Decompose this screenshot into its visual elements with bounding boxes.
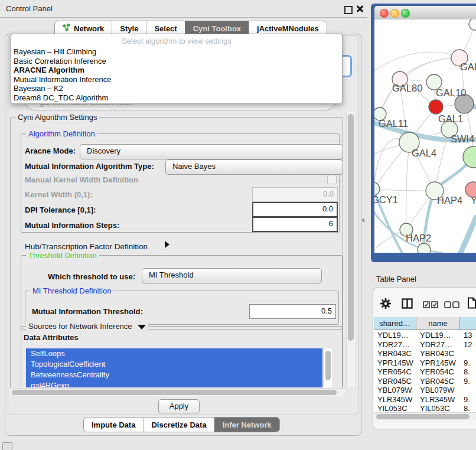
network-window-titlebar[interactable] [374, 6, 476, 20]
node-label: HAP4 [437, 195, 462, 206]
document-icon[interactable] [467, 297, 476, 311]
table-settings-gear-icon[interactable] [380, 298, 391, 311]
mi-threshold-input[interactable]: 0.5 [249, 304, 336, 319]
hub-definition-label[interactable]: Hub/Transcription Factor Definition [25, 242, 148, 251]
table-hscroll-thumb[interactable] [376, 414, 470, 419]
attributes-scrollbar[interactable] [324, 348, 332, 387]
table-row[interactable]: YDR27…YDR27…12 [374, 340, 476, 350]
data-attributes-list: SelfLoops TopologicalCoefficient Between… [26, 348, 322, 387]
expand-arrow-icon[interactable] [165, 241, 169, 248]
list-item-topologicalcoefficient[interactable]: TopologicalCoefficient [26, 359, 322, 370]
splitter-collapse-icon[interactable] [361, 218, 364, 223]
deselect-all-checks-icon[interactable] [444, 301, 459, 310]
float-window-icon[interactable] [344, 6, 353, 14]
list-item-gal4rgexp[interactable]: gal4RGexp [26, 380, 322, 387]
menu-item-basic-correlation[interactable]: Basic Correlation Inference [11, 57, 342, 66]
node-label: GAL10 [436, 87, 466, 98]
tab-label: Impute Data [92, 420, 135, 429]
control-panel-titlebar: Control Panel [0, 0, 367, 18]
close-traffic-light[interactable] [380, 9, 389, 18]
menu-item-bayesian-k2[interactable]: Bayesian – K2 [11, 84, 342, 93]
table-row[interactable]: YLR345WYLR345W9. [374, 395, 476, 405]
table-row[interactable]: YBR043CYBR043C [374, 349, 476, 358]
node-label-layer: GAL GAL80 GAL10 GAL1 GAL11 SWI4 GAL4 GCY… [374, 61, 476, 243]
table-header-row: shared… name A [374, 317, 476, 330]
which-threshold-select[interactable]: MI Threshold [142, 268, 322, 283]
list-item-selfloops[interactable]: SelfLoops [26, 348, 322, 359]
threshold-definition-title: Threshold Definition [26, 251, 99, 260]
kernel-width-input[interactable]: 0.0 [252, 187, 338, 202]
control-panel-title: Control Panel [6, 4, 53, 13]
node-label: GAL80 [392, 83, 422, 93]
dpi-tolerance-label: DPI Tolerance [0,1]: [25, 206, 96, 214]
mi-steps-input[interactable]: 6 [252, 217, 338, 232]
dpi-tolerance-input[interactable]: 0.0 [252, 202, 338, 217]
table-horizontal-scrollbar[interactable] [374, 412, 476, 420]
cyni-bottom-tabbar: Impute Data Discretize Data Infer Networ… [83, 417, 280, 432]
tab-discretize-data[interactable]: Discretize Data [143, 418, 214, 432]
close-icon[interactable] [356, 5, 364, 13]
settings-vscroll-thumb[interactable] [348, 114, 354, 341]
sources-title-text: Sources for Network Inference [28, 322, 132, 331]
settings-vertical-scrollbar[interactable] [346, 112, 355, 387]
mi-type-value: Naive Bayes [172, 162, 216, 171]
network-icon [63, 24, 70, 33]
tab-label: Discretize Data [151, 420, 206, 429]
network-canvas[interactable]: GAL GAL80 GAL10 GAL1 GAL11 SWI4 GAL4 GCY… [374, 19, 476, 253]
zoom-traffic-light[interactable] [401, 9, 410, 18]
tab-impute-data[interactable]: Impute Data [84, 418, 143, 432]
split-columns-icon[interactable] [402, 298, 413, 311]
tab-label: Network [74, 24, 104, 33]
settings-scroll-viewport: Cyni Algorithm Settings Algorithm Defini… [9, 112, 345, 387]
table-row[interactable]: YDL19…YDL19…13 [374, 331, 476, 340]
algorithm-placeholder: Select algorithm to view settings [11, 34, 342, 47]
cyni-algorithm-settings-title: Cyni Algorithm Settings [15, 113, 99, 122]
column-header-name[interactable]: name [416, 317, 460, 330]
tab-label: jActiveMNodules [257, 24, 319, 33]
mi-type-select[interactable]: Naive Bayes [165, 159, 343, 175]
mi-threshold-title: MI Threshold Definition [30, 286, 113, 295]
settings-hscroll-thumb[interactable] [12, 390, 337, 395]
aracne-mode-value: Discovery [87, 146, 120, 155]
aracne-mode-label: Aracne Mode: [25, 146, 76, 155]
column-header-shared-name[interactable]: shared… [374, 317, 416, 330]
manual-kernel-label: Manual Kernel Width Definition [25, 175, 138, 184]
tab-infer-network[interactable]: Infer Network [214, 418, 279, 432]
node-label: HAP2 [406, 233, 431, 243]
node-bottom-partial[interactable] [418, 243, 431, 253]
node-gal1-selected[interactable] [429, 100, 443, 114]
attributes-scrollbar-thumb[interactable] [325, 351, 331, 380]
menu-item-dream8[interactable]: Dream8 DC_TDC Algorithm [11, 93, 342, 103]
tab-label: Cyni Toolbox [193, 24, 241, 33]
select-all-checks-icon[interactable] [423, 301, 438, 310]
kernel-width-label: Kernel Width (0,1): [25, 190, 93, 199]
manual-kernel-checkbox[interactable] [327, 175, 337, 184]
node-gcy1[interactable] [374, 182, 380, 195]
algorithm-dropdown-popup: Select algorithm to view settings Bayesi… [11, 34, 343, 104]
menu-item-bayesian-hill-climbing[interactable]: Bayesian – Hill Climbing [11, 47, 342, 57]
settings-horizontal-scrollbar[interactable] [9, 388, 345, 396]
node-attribute-table: shared… name A YDL19…YDL19…13 YDR27…YDR2… [374, 317, 476, 420]
node-label: SWI4 [451, 133, 474, 144]
apply-button[interactable]: Apply [158, 399, 200, 413]
menu-item-mutual-information[interactable]: Mutual Information Inference [11, 75, 342, 84]
column-header-third[interactable]: A [460, 317, 476, 330]
menu-item-aracne[interactable]: ARACNE Algorithm [11, 66, 342, 75]
table-row[interactable]: YBL079WYBL079W [374, 386, 476, 395]
data-attributes-label: Data Attributes [24, 333, 79, 342]
mi-steps-label: Mutual Information Steps: [25, 221, 119, 230]
node-label: Y [471, 195, 476, 206]
collapsed-panel-icon[interactable] [2, 442, 12, 450]
table-row[interactable]: YBR045CYBR045C9. [374, 377, 476, 386]
application-window: Control Panel Network Style Select Cyni … [0, 0, 476, 450]
table-row[interactable]: YPR145WYPR145W9. [374, 358, 476, 368]
aracne-mode-select[interactable]: Discovery [80, 144, 343, 159]
node-label: GCY1 [374, 194, 398, 205]
list-item-betweennesscentrality[interactable]: BetweennessCentrality [26, 370, 322, 380]
collapse-arrow-icon[interactable] [138, 325, 146, 330]
node-unlabeled-top[interactable] [469, 19, 476, 30]
sources-title: Sources for Network Inference [26, 322, 148, 331]
minimize-traffic-light[interactable] [390, 9, 399, 18]
tab-label: Style [120, 24, 138, 33]
table-row[interactable]: YER054CYER054C8. [374, 367, 476, 377]
